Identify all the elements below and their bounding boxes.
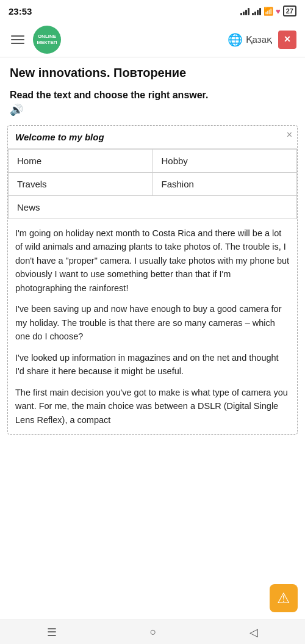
nav-fashion[interactable]: Fashion: [152, 173, 297, 196]
audio-icon[interactable]: 🔊: [10, 103, 23, 117]
page-title: New innovations. Повторение: [0, 57, 305, 84]
instruction-text: Read the text and choose the right answe…: [10, 90, 295, 101]
bottom-back-icon[interactable]: ◁: [249, 626, 258, 639]
paragraph-2: I've been saving up and now have enough …: [15, 302, 290, 343]
warning-fab[interactable]: ⚠: [270, 584, 298, 612]
status-bar: 23:53 📶 ♥ 27: [0, 0, 305, 22]
logo: ONLINE МЕКТЕП: [33, 26, 61, 54]
bottom-menu-icon[interactable]: ☰: [47, 626, 57, 639]
signal-icon-1: [240, 7, 249, 15]
nav-travels[interactable]: Travels: [9, 173, 153, 196]
signal-icon-2: [252, 7, 261, 15]
content-card: Welcome to my blog × Home Hobby Travels …: [7, 125, 298, 435]
table-row[interactable]: Home Hobby: [9, 150, 297, 173]
heart-icon: ♥: [276, 7, 281, 16]
nav-left: ONLINE МЕКТЕП: [9, 26, 61, 54]
language-label: Қазақ: [246, 34, 272, 45]
close-icon: ×: [284, 33, 291, 46]
nav-right: 🌐 Қазақ ×: [228, 31, 296, 49]
card-close-icon[interactable]: ×: [287, 129, 292, 140]
table-row[interactable]: News: [9, 196, 297, 219]
logo-line2: МЕКТЕП: [37, 40, 57, 46]
blog-text: I'm going on holiday next month to Costa…: [8, 219, 297, 427]
nav-home[interactable]: Home: [9, 150, 153, 173]
nav-hobby[interactable]: Hobby: [152, 150, 297, 173]
card-title: Welcome to my blog: [8, 126, 297, 149]
logo-line1: ONLINE: [38, 34, 56, 40]
status-time: 23:53: [9, 6, 32, 16]
bottom-home-icon[interactable]: ○: [150, 626, 157, 639]
globe-icon: 🌐: [228, 32, 243, 47]
top-nav: ONLINE МЕКТЕП 🌐 Қазақ ×: [0, 22, 305, 57]
warning-icon: ⚠: [277, 590, 290, 607]
table-row[interactable]: Travels Fashion: [9, 173, 297, 196]
language-selector[interactable]: 🌐 Қазақ: [228, 32, 272, 47]
instruction-area: Read the text and choose the right answe…: [0, 84, 305, 119]
paragraph-3: I've looked up information in magazines …: [15, 351, 290, 378]
battery-indicator: 27: [283, 5, 296, 16]
close-button[interactable]: ×: [278, 31, 296, 49]
menu-icon[interactable]: [9, 33, 27, 46]
paragraph-4: The first main decision you've got to ma…: [15, 386, 290, 427]
status-icons: 📶 ♥ 27: [240, 5, 296, 16]
wifi-icon: 📶: [264, 7, 273, 16]
paragraph-1: I'm going on holiday next month to Costa…: [15, 226, 290, 295]
bottom-nav: ☰ ○ ◁: [0, 620, 305, 644]
blog-nav-table: Home Hobby Travels Fashion News: [8, 149, 297, 219]
nav-news[interactable]: News: [9, 196, 297, 219]
